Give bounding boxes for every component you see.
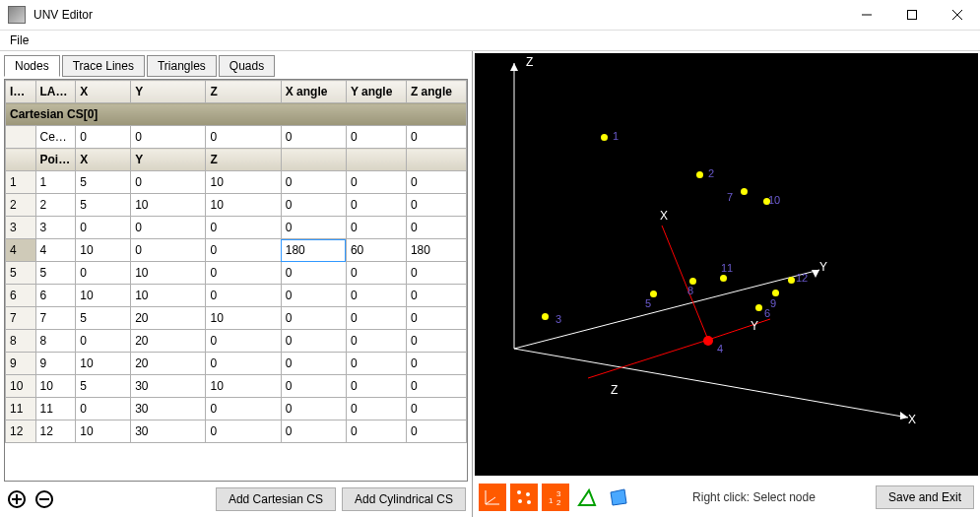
left-button-row: Add Cartesian CS Add Cylindrical CS bbox=[4, 482, 468, 517]
node-point[interactable] bbox=[689, 278, 696, 285]
maximize-button[interactable] bbox=[889, 0, 935, 30]
svg-marker-10 bbox=[900, 412, 908, 420]
svg-text:1: 1 bbox=[549, 496, 554, 505]
table-row[interactable]: 115010000 bbox=[6, 171, 467, 194]
cs-header-row[interactable]: Cartesian CS[0] bbox=[6, 103, 467, 126]
table-row[interactable]: 9910200000 bbox=[6, 353, 467, 375]
table-row[interactable]: 880200000 bbox=[6, 330, 467, 353]
add-cylindrical-cs-button[interactable]: Add Cylindrical CS bbox=[342, 487, 466, 511]
svg-text:3: 3 bbox=[556, 489, 561, 498]
nodes-grid[interactable]: IN… LA… X Y Z X angle Y angle Z angle Ca… bbox=[4, 79, 468, 482]
axis-label-x: X bbox=[908, 413, 916, 426]
main-split: Nodes Trace Lines Triangles Quads IN… LA… bbox=[0, 51, 980, 517]
cell-editor-input[interactable] bbox=[286, 243, 342, 257]
tool-numbered-icon[interactable]: 132 bbox=[542, 484, 569, 511]
svg-point-24 bbox=[527, 500, 531, 504]
node-point[interactable] bbox=[696, 171, 703, 178]
app-icon bbox=[8, 6, 26, 24]
local-axis-label-z: Z bbox=[611, 383, 618, 397]
svg-marker-14 bbox=[510, 63, 518, 71]
node-point[interactable] bbox=[650, 291, 657, 297]
tool-triangle-icon[interactable] bbox=[573, 484, 601, 511]
window-titlebar: UNV Editor bbox=[0, 0, 980, 31]
minimize-button[interactable] bbox=[844, 0, 889, 30]
table-row[interactable]: 121210300000 bbox=[6, 420, 467, 443]
svg-point-22 bbox=[526, 492, 530, 496]
svg-line-9 bbox=[514, 349, 908, 418]
col-label[interactable]: LA… bbox=[35, 81, 76, 103]
col-y[interactable]: Y bbox=[131, 81, 206, 103]
svg-line-16 bbox=[662, 226, 708, 340]
axis-label-y: Y bbox=[819, 260, 827, 274]
svg-point-23 bbox=[518, 499, 522, 503]
node-point[interactable] bbox=[755, 304, 762, 311]
right-button-row: 132 Right click: Select node Save and Ex… bbox=[473, 478, 980, 517]
close-button[interactable] bbox=[935, 0, 980, 30]
svg-marker-12 bbox=[812, 270, 819, 278]
tab-triangles[interactable]: Triangles bbox=[147, 55, 217, 77]
table-row[interactable]: 11110300000 bbox=[6, 398, 467, 420]
col-x[interactable]: X bbox=[76, 81, 131, 103]
window-title: UNV Editor bbox=[33, 8, 844, 22]
tab-quads[interactable]: Quads bbox=[219, 55, 275, 77]
points-header-row: PointsXYZ bbox=[6, 149, 467, 171]
svg-point-21 bbox=[517, 490, 521, 494]
col-index[interactable]: IN… bbox=[6, 81, 36, 103]
col-y-angle[interactable]: Y angle bbox=[346, 81, 406, 103]
tab-trace-lines[interactable]: Trace Lines bbox=[62, 55, 145, 77]
svg-line-20 bbox=[486, 497, 495, 504]
table-row[interactable]: 44100060180 bbox=[6, 239, 467, 262]
tool-quad-icon[interactable] bbox=[605, 484, 632, 511]
node-point[interactable] bbox=[788, 277, 795, 284]
viewer-hint: Right click: Select node bbox=[636, 490, 872, 504]
svg-marker-28 bbox=[579, 490, 595, 505]
svg-text:2: 2 bbox=[556, 498, 561, 507]
tool-axes-icon[interactable] bbox=[479, 484, 506, 511]
table-row[interactable]: 550100000 bbox=[6, 262, 467, 285]
table-row[interactable]: 2251010000 bbox=[6, 194, 467, 217]
save-and-exit-button[interactable]: Save and Exit bbox=[876, 485, 974, 509]
node-point[interactable] bbox=[542, 313, 549, 320]
table-row[interactable]: 101053010000 bbox=[6, 375, 467, 398]
table-row[interactable]: 6610100000 bbox=[6, 285, 467, 307]
right-panel: Z X Y X Y Z 1 2 7 10 3 4 5 8 11 6 9 12 bbox=[473, 51, 980, 517]
svg-line-17 bbox=[708, 319, 770, 340]
col-z-angle[interactable]: Z angle bbox=[406, 81, 466, 103]
tool-points-icon[interactable] bbox=[510, 484, 538, 511]
col-z[interactable]: Z bbox=[206, 81, 281, 103]
table-row[interactable]: 33000000 bbox=[6, 217, 467, 239]
node-point-selected[interactable] bbox=[703, 336, 713, 346]
local-axis-label-y: Y bbox=[751, 319, 758, 333]
node-point[interactable] bbox=[772, 290, 779, 296]
left-panel: Nodes Trace Lines Triangles Quads IN… LA… bbox=[0, 51, 473, 517]
node-point[interactable] bbox=[601, 134, 608, 141]
local-axis-label-x: X bbox=[660, 209, 668, 223]
add-row-button[interactable] bbox=[6, 488, 28, 510]
svg-rect-1 bbox=[908, 11, 917, 20]
table-row[interactable]: 7752010000 bbox=[6, 307, 467, 330]
menu-file[interactable]: File bbox=[4, 32, 34, 49]
center-row[interactable]: Center …000000 bbox=[6, 126, 467, 149]
node-point[interactable] bbox=[741, 188, 748, 195]
remove-row-button[interactable] bbox=[33, 488, 55, 510]
viewer-3d[interactable]: Z X Y X Y Z 1 2 7 10 3 4 5 8 11 6 9 12 bbox=[475, 53, 978, 476]
menubar: File bbox=[0, 31, 980, 51]
column-header-row: IN… LA… X Y Z X angle Y angle Z angle bbox=[6, 81, 467, 103]
tabstrip: Nodes Trace Lines Triangles Quads bbox=[4, 55, 468, 77]
node-point[interactable] bbox=[720, 275, 727, 282]
axis-label-z: Z bbox=[526, 55, 533, 69]
add-cartesian-cs-button[interactable]: Add Cartesian CS bbox=[216, 487, 336, 511]
col-x-angle[interactable]: X angle bbox=[281, 81, 346, 103]
tab-nodes[interactable]: Nodes bbox=[4, 55, 60, 77]
svg-marker-29 bbox=[611, 489, 626, 505]
svg-line-11 bbox=[514, 270, 819, 349]
